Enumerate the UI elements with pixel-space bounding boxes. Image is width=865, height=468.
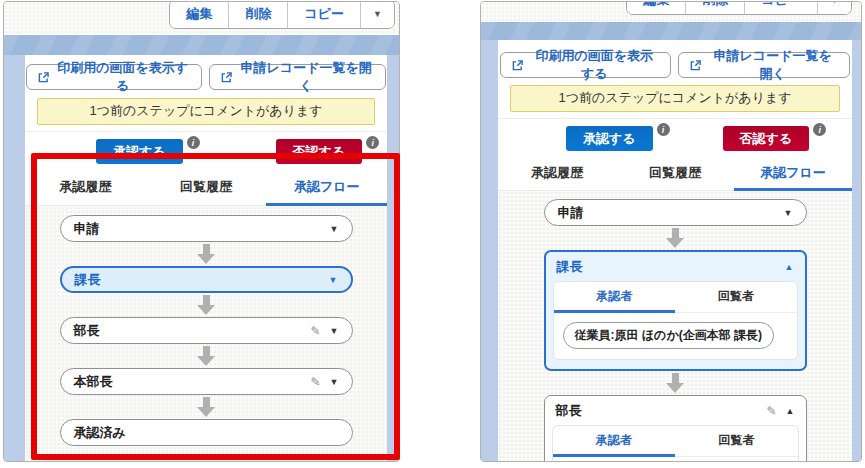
flow-arrow-down xyxy=(498,226,852,250)
comment-banner: 1つ前のステップにコメントがあります xyxy=(510,85,840,112)
flow-step-label: 申請 xyxy=(74,220,100,238)
step-header[interactable]: 課長 ▲ xyxy=(546,252,805,281)
copy-button[interactable]: コピー xyxy=(287,1,360,28)
step-tabs: 承認者 回覧者 xyxy=(554,282,797,313)
reject-wrap: 否認する i xyxy=(276,139,363,164)
print-view-label: 印刷用の画面を表示する xyxy=(529,47,659,83)
flow-step-section-chief[interactable]: 課長 ▼ xyxy=(60,266,353,293)
record-content-background: 印刷用の画面を表示する 申請レコード一覧を開く 1つ前のステップにコメントがあり… xyxy=(4,55,399,461)
flow-arrow-down xyxy=(25,242,387,266)
info-icon[interactable]: i xyxy=(187,136,200,149)
flow-step-application[interactable]: 申請 ▼ xyxy=(544,199,807,226)
caret-down-icon: ▼ xyxy=(784,208,793,218)
external-link-icon xyxy=(38,72,49,83)
workflow-actions-row: 承認する i 否認する i xyxy=(498,119,852,158)
step-detail-card: 承認者 回覧者 従業員:竹下 友里(企画本部) 承認者設定 xyxy=(552,425,799,462)
pencil-icon[interactable]: ✎ xyxy=(311,324,321,338)
workflow-actions-row: 承認する i 否認する i xyxy=(25,132,387,170)
caret-down-icon: ▼ xyxy=(330,224,339,234)
toolbar-more-button[interactable]: ▼ xyxy=(817,1,851,14)
edit-button[interactable]: 編集 xyxy=(627,1,685,14)
approver-chip: 従業員:原田 ほのか(企画本部 課長) xyxy=(563,322,775,349)
toolbar: 編集 削除 コピー ▼ xyxy=(481,2,861,22)
delete-button[interactable]: 削除 xyxy=(685,1,744,14)
flow-step-general-manager[interactable]: 本部長 ✎ ▼ xyxy=(60,368,353,395)
flow-step-approved: 承認済み xyxy=(60,419,353,446)
reject-button[interactable]: 否認する xyxy=(276,139,363,164)
caret-down-icon: ▼ xyxy=(830,1,839,5)
reject-button[interactable]: 否認する xyxy=(723,126,810,151)
delete-button[interactable]: 削除 xyxy=(228,1,287,28)
flow-step-label: 部長 xyxy=(74,322,100,340)
step-title: 部長 xyxy=(556,402,582,420)
tab-approval-history[interactable]: 承認履歴 xyxy=(498,158,616,190)
tab-viewers[interactable]: 回覧者 xyxy=(675,282,797,312)
toolbar: 編集 削除 コピー ▼ xyxy=(4,2,399,35)
print-view-label: 印刷用の画面を表示する xyxy=(55,59,190,95)
flow-step-application[interactable]: 申請 ▼ xyxy=(60,215,353,242)
open-record-list-label: 申請レコード一覧を開く xyxy=(707,47,838,83)
pencil-icon[interactable]: ✎ xyxy=(767,404,777,418)
open-record-list-button[interactable]: 申請レコード一覧を開く xyxy=(209,64,386,90)
record-content-background: 印刷用の画面を表示する 申請レコード一覧を開く 1つ前のステップにコメントがあり… xyxy=(481,40,861,461)
flow-step-label: 承認済み xyxy=(74,424,126,442)
tab-approvers[interactable]: 承認者 xyxy=(553,426,676,456)
open-record-list-label: 申請レコード一覧を開く xyxy=(238,59,374,95)
info-icon[interactable]: i xyxy=(813,123,826,136)
external-link-icon xyxy=(221,72,232,83)
tab-approval-flow[interactable]: 承認フロー xyxy=(734,158,852,190)
flow-arrow-down xyxy=(25,344,387,368)
external-link-icon xyxy=(512,60,523,71)
flow-step-box-department-manager: 部長 ✎ ▲ 承認者 回覧者 従業員:竹下 友里(企画本部) xyxy=(544,395,807,462)
approve-wrap: 承認する i xyxy=(96,139,183,164)
flow-step-label: 課長 xyxy=(75,271,101,289)
print-view-button[interactable]: 印刷用の画面を表示する xyxy=(26,64,202,90)
edit-button[interactable]: 編集 xyxy=(170,1,228,28)
caret-up-icon[interactable]: ▲ xyxy=(786,406,795,416)
member-row: 従業員:原田 ほのか(企画本部 課長) xyxy=(554,313,797,359)
copy-button[interactable]: コピー xyxy=(744,1,817,14)
tab-circulation-history[interactable]: 回覧履歴 xyxy=(616,158,734,190)
approval-flow-area: 申請 ▼ 課長 ▼ 部長 ✎ ▼ xyxy=(25,206,387,461)
step-tabs: 承認者 回覧者 xyxy=(553,426,798,457)
step-header[interactable]: 部長 ✎ ▲ xyxy=(545,396,806,425)
approval-flow-area: 申請 ▼ 課長 ▲ 承認者 回覧者 xyxy=(498,191,852,462)
tab-viewers[interactable]: 回覧者 xyxy=(675,426,798,456)
header-band xyxy=(481,22,861,40)
approve-button[interactable]: 承認する xyxy=(566,126,653,151)
flow-step-department-manager[interactable]: 部長 ✎ ▼ xyxy=(60,317,353,344)
external-link-icon xyxy=(690,60,701,71)
tab-approvers[interactable]: 承認者 xyxy=(554,282,676,312)
flow-step-label: 本部長 xyxy=(74,373,113,391)
member-row: 従業員:竹下 友里(企画本部) xyxy=(553,457,798,462)
flow-step-label: 申請 xyxy=(558,204,584,222)
approve-button[interactable]: 承認する xyxy=(96,139,183,164)
tab-approval-history[interactable]: 承認履歴 xyxy=(25,170,146,205)
record-actions-row: 印刷用の画面を表示する 申請レコード一覧を開く xyxy=(498,40,852,84)
record-card: 印刷用の画面を表示する 申請レコード一覧を開く 1つ前のステップにコメントがあり… xyxy=(25,55,387,461)
print-view-button[interactable]: 印刷用の画面を表示する xyxy=(500,52,671,78)
info-icon[interactable]: i xyxy=(657,123,670,136)
record-card: 印刷用の画面を表示する 申請レコード一覧を開く 1つ前のステップにコメントがあり… xyxy=(498,40,852,461)
record-toolbar-group: 編集 削除 コピー ▼ xyxy=(626,1,852,15)
caret-up-icon[interactable]: ▲ xyxy=(785,262,794,272)
tab-approval-flow[interactable]: 承認フロー xyxy=(266,170,387,205)
tab-circulation-history[interactable]: 回覧履歴 xyxy=(146,170,267,205)
record-panel-left: 編集 削除 コピー ▼ 印刷用の画面を表示する 申請レコード一覧を開く 1つ前の… xyxy=(3,1,400,462)
record-actions-row: 印刷用の画面を表示する 申請レコード一覧を開く xyxy=(25,55,387,97)
info-icon[interactable]: i xyxy=(366,136,379,149)
history-tabs: 承認履歴 回覧履歴 承認フロー xyxy=(498,158,852,191)
step-title: 課長 xyxy=(557,258,583,276)
open-record-list-button[interactable]: 申請レコード一覧を開く xyxy=(678,52,850,78)
caret-down-icon: ▼ xyxy=(330,326,339,336)
flow-arrow-down xyxy=(498,371,852,395)
record-toolbar-group: 編集 削除 コピー ▼ xyxy=(169,1,395,29)
flow-step-box-section-chief: 課長 ▲ 承認者 回覧者 従業員:原田 ほのか(企画本部 課長) xyxy=(544,250,807,371)
history-tabs: 承認履歴 回覧履歴 承認フロー xyxy=(25,170,387,206)
caret-down-icon: ▼ xyxy=(330,377,339,387)
flow-arrow-down xyxy=(25,395,387,419)
pencil-icon[interactable]: ✎ xyxy=(311,375,321,389)
reject-wrap: 否認する i xyxy=(723,126,810,151)
toolbar-more-button[interactable]: ▼ xyxy=(360,1,394,28)
caret-down-icon: ▼ xyxy=(373,9,382,19)
